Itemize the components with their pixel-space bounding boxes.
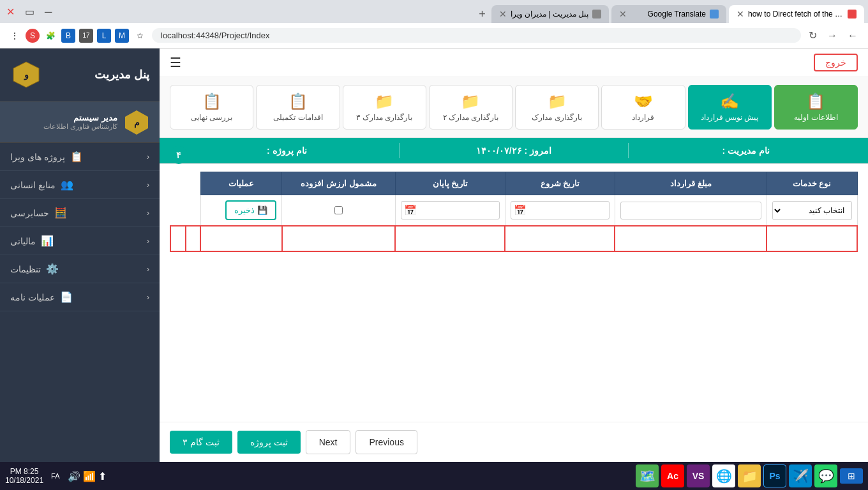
start-date-calendar-btn[interactable]: 📅 <box>514 204 527 216</box>
sidebar-item-settings[interactable]: ‹ ⚙️ تنظیمات <box>0 255 160 283</box>
projects-icon: 📋 <box>70 151 83 163</box>
tab-favicon-1 <box>848 10 857 19</box>
tab-close-1[interactable]: ✕ <box>737 9 744 19</box>
empty-cell-8 <box>170 226 186 251</box>
table-row-empty <box>170 226 857 251</box>
sidebar-item-accounting[interactable]: ‹ 🧮 حسابرسی <box>0 199 160 227</box>
sidebar-item-letters[interactable]: ‹ 📄 عملیات نامه <box>0 283 160 311</box>
volume-icon: 🔊 <box>68 470 80 482</box>
bookmark-icon[interactable]: ☆ <box>133 29 147 43</box>
tab-2[interactable]: Google Translate ✕ <box>611 5 726 23</box>
refresh-button[interactable]: ↻ <box>806 27 819 44</box>
step-contract[interactable]: 🤝 قرارداد <box>601 85 685 130</box>
logout-button[interactable]: خروج <box>814 54 858 71</box>
taskbar-vs[interactable]: VS <box>687 464 710 487</box>
back-button[interactable]: ← <box>845 27 860 44</box>
col-header-end-date: تاریخ پایان <box>395 172 505 195</box>
save-project-button[interactable]: ثبت پروژه <box>237 431 301 454</box>
start-date-wrapper: 📅 <box>511 201 610 219</box>
adobe-icon: Ac <box>667 471 678 481</box>
network-icon: 📶 <box>83 470 96 482</box>
step-upload-docs2[interactable]: 📁 بارگذاری مدارک ۲ <box>429 85 513 130</box>
cell-service-type: انتخاب کنید <box>767 195 857 226</box>
main-layout: خروج ☰ 📋 اطلاعات اولیه ✍️ پیش نویس قرارد… <box>0 48 868 462</box>
step-complementary[interactable]: 📋 اقدامات تکمیلی <box>256 85 340 130</box>
sidebar-item-projects[interactable]: ‹ 📋 پروژه های ویرا <box>0 143 160 171</box>
end-date-input[interactable] <box>419 206 497 215</box>
tab-close-2[interactable]: ✕ <box>619 9 627 19</box>
col-header-actions: عملیات <box>200 172 281 195</box>
taskbar-telegram[interactable]: ✈️ <box>789 464 812 487</box>
sidebar-item-hr[interactable]: ‹ 👥 منابع انسانی <box>0 171 160 199</box>
profile-icon[interactable]: S <box>26 29 40 43</box>
step-initial-info[interactable]: 📋 اطلاعات اولیه <box>774 85 858 130</box>
time-display: 8:25 PM <box>5 467 43 476</box>
accounting-icon: 🧮 <box>54 207 67 219</box>
ext-icon-3[interactable]: 17 <box>79 29 93 43</box>
ext-icon-4[interactable]: B <box>61 29 75 43</box>
restore-button[interactable]: ▭ <box>22 3 37 20</box>
empty-cell-5 <box>282 226 396 251</box>
sidebar-item-label-hr: منابع انسانی <box>10 180 56 190</box>
tab-close-3[interactable]: ✕ <box>499 9 507 19</box>
sidebar-item-content-5: ⚙️ تنظیمات <box>10 263 59 275</box>
user-info: م مدیر سیستم کارشناس فناوری اطلاعات <box>0 101 160 143</box>
address-bar: ← → ↻ ☆ M L 17 B 🧩 S ⋮ <box>0 23 868 48</box>
hamburger-icon[interactable]: ☰ <box>170 55 181 70</box>
select-wrapper: انتخاب کنید <box>772 201 852 220</box>
previous-button[interactable]: Previous <box>355 430 417 454</box>
save-button[interactable]: 💾 ذخیره <box>225 200 276 220</box>
taskbar-whatsapp[interactable]: 💬 <box>814 464 837 487</box>
end-date-wrapper: 📅 <box>401 201 500 219</box>
taskbar-maps[interactable]: 🗺️ <box>636 464 659 487</box>
end-date-calendar-btn[interactable]: 📅 <box>404 204 417 216</box>
step-draft-contract[interactable]: ✍️ پیش نویس قرارداد <box>688 85 772 130</box>
menu-icon[interactable]: ⋮ <box>8 29 22 43</box>
arrow-icon-5: ‹ <box>147 265 149 274</box>
start-button[interactable]: ⊞ <box>840 468 863 484</box>
start-date-input[interactable] <box>529 206 606 215</box>
col-header-service-type: نوع خدمات <box>767 172 857 195</box>
bottom-bar: Previous Next ثبت پروژه ثبت گام ۳ <box>160 422 868 462</box>
vs-icon: VS <box>692 471 705 481</box>
save-label: ذخیره <box>234 205 255 215</box>
windows-icon: ⊞ <box>848 471 855 481</box>
sidebar-item-tax[interactable]: ‹ 📊 مالیاتی <box>0 227 160 255</box>
new-tab-button[interactable]: + <box>474 5 491 23</box>
address-input[interactable] <box>152 28 801 43</box>
ext-icon-5[interactable]: 🧩 <box>43 29 57 43</box>
sidebar-item-content-3: 🧮 حسابرسی <box>10 207 67 219</box>
taskbar-photoshop[interactable]: Ps <box>763 464 786 487</box>
close-button[interactable]: ✕ <box>4 3 17 20</box>
ext-icon-1[interactable]: M <box>115 29 129 43</box>
tab-3[interactable]: پنل مدیریت | مدیران ویرا ✕ <box>491 5 609 23</box>
taskbar-sys: FA <box>51 472 59 480</box>
minimize-button[interactable]: ─ <box>42 4 54 20</box>
ext-icon-2[interactable]: L <box>97 29 111 43</box>
taskbar-adobe[interactable]: Ac <box>661 464 684 487</box>
sidebar-item-content-6: 📄 عملیات نامه <box>10 291 73 303</box>
user-details: مدیر سیستم کارشناس فناوری اطلاعات <box>43 113 117 131</box>
step-label-3: قرارداد <box>632 113 654 122</box>
contract-amount-input[interactable] <box>620 202 761 219</box>
step-label-2: پیش نویس قرارداد <box>701 113 759 122</box>
register-step3-button[interactable]: ثبت گام ۳ <box>170 431 232 454</box>
step-upload-docs3[interactable]: 📁 بارگذاری مدارک ۳ <box>343 85 426 130</box>
empty-cell-4 <box>395 226 505 251</box>
tab-bar: how to Direct fetch of the record ✕ Goog… <box>0 0 868 23</box>
taskbar-chrome[interactable]: 🌐 <box>712 464 735 487</box>
record-number-badge: ۴ <box>170 146 188 164</box>
tab-1[interactable]: how to Direct fetch of the record ✕ <box>729 5 864 23</box>
table-section: نوع خدمات مبلغ قرارداد تاریخ شروع تاریخ … <box>160 164 868 422</box>
step-final-review[interactable]: 📋 بررسی نهایی <box>170 85 253 130</box>
next-button[interactable]: Next <box>306 430 351 454</box>
taskbar-time: 8:25 PM 10/18/2021 <box>5 467 43 485</box>
col-header-vat: مشمول ارزش افزوده <box>282 172 396 195</box>
vat-checkbox[interactable] <box>334 206 343 214</box>
step-upload-docs[interactable]: 📁 بارگذاری مدارک <box>515 85 599 130</box>
taskbar-filemanager[interactable]: 📁 <box>738 464 761 487</box>
step-label-8: بررسی نهایی <box>191 113 232 122</box>
col-header-start-date: تاریخ شروع <box>505 172 615 195</box>
service-type-select[interactable]: انتخاب کنید <box>772 201 852 220</box>
forward-button[interactable]: → <box>825 27 840 44</box>
